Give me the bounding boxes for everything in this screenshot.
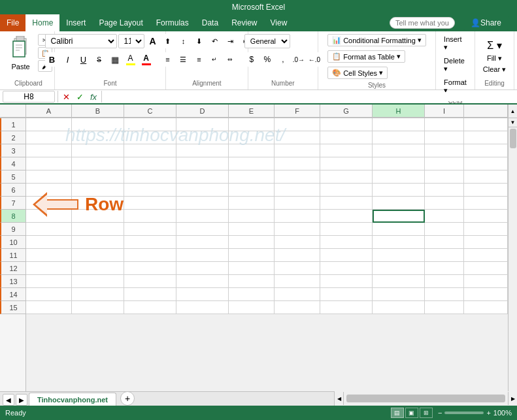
format-as-table-button[interactable]: 📋 Format as Table ▾ — [327, 50, 405, 63]
function-button[interactable]: fx — [88, 92, 99, 102]
increase-decimal-button[interactable]: .0→ — [292, 52, 306, 67]
paste-button[interactable]: Paste — [5, 34, 37, 72]
cell-B2[interactable] — [72, 131, 124, 144]
normal-view-button[interactable]: ▤ — [391, 408, 404, 418]
cell-C1[interactable] — [124, 118, 176, 131]
cell-F15[interactable] — [275, 301, 320, 314]
text-direction-button[interactable]: ↶ — [207, 34, 222, 48]
cell-C6[interactable] — [124, 184, 176, 197]
cell-E2[interactable] — [229, 131, 275, 144]
cell-E5[interactable] — [229, 170, 275, 184]
page-layout-view-button[interactable]: ▣ — [405, 408, 418, 418]
cell-A6[interactable] — [26, 184, 72, 197]
col-header-i[interactable]: I — [425, 105, 464, 118]
h-scroll-thumb[interactable] — [346, 395, 505, 402]
cell-C12[interactable] — [124, 262, 176, 275]
cell-E8[interactable] — [229, 210, 275, 223]
comma-button[interactable]: , — [276, 52, 290, 67]
cell-G12[interactable] — [320, 262, 373, 275]
cell-D10[interactable] — [176, 236, 229, 249]
cell-C9[interactable] — [124, 223, 176, 236]
cell-C13[interactable] — [124, 275, 176, 288]
fill-color-button[interactable]: A — [124, 52, 138, 67]
cell-F14[interactable] — [275, 288, 320, 301]
cell-D8[interactable] — [176, 210, 229, 223]
menu-item-insert[interactable]: Insert — [59, 14, 92, 31]
cell-H7[interactable] — [373, 197, 425, 210]
cell-F3[interactable] — [275, 144, 320, 157]
h-scroll-right-button[interactable]: ▶ — [508, 392, 517, 405]
share-button[interactable]: 👤 Share — [463, 16, 509, 30]
cell-C4[interactable] — [124, 157, 176, 170]
cell-I6[interactable] — [425, 184, 464, 197]
merge-center-button[interactable]: ⇔ — [223, 52, 237, 67]
menu-item-data[interactable]: Data — [195, 14, 225, 31]
cell-G10[interactable] — [320, 236, 373, 249]
menu-item-home[interactable]: Home — [25, 14, 59, 31]
cell-G9[interactable] — [320, 223, 373, 236]
cell-E3[interactable] — [229, 144, 275, 157]
cell-B9[interactable] — [72, 223, 124, 236]
cell-F8[interactable] — [275, 210, 320, 223]
cell-G15[interactable] — [320, 301, 373, 314]
vertical-scrollbar[interactable]: ▼ — [508, 118, 517, 391]
cell-C15[interactable] — [124, 301, 176, 314]
cell-A14[interactable] — [26, 288, 72, 301]
percent-button[interactable]: % — [260, 52, 275, 67]
cell-F11[interactable] — [275, 249, 320, 262]
cell-C7[interactable] — [124, 197, 176, 210]
cell-I8[interactable] — [425, 210, 464, 223]
cell-I11[interactable] — [425, 249, 464, 262]
cancel-formula-button[interactable]: ✕ — [61, 92, 72, 102]
cell-F2[interactable] — [275, 131, 320, 144]
cell-G14[interactable] — [320, 288, 373, 301]
cell-I3[interactable] — [425, 144, 464, 157]
row-num-9[interactable]: 9 — [0, 223, 25, 236]
cell-G4[interactable] — [320, 157, 373, 170]
cell-A1[interactable] — [26, 118, 72, 131]
row-num-14[interactable]: 14 — [0, 288, 25, 301]
cell-D9[interactable] — [176, 223, 229, 236]
cell-A10[interactable] — [26, 236, 72, 249]
cell-G7[interactable] — [320, 197, 373, 210]
cell-I13[interactable] — [425, 275, 464, 288]
cell-A13[interactable] — [26, 275, 72, 288]
zoom-in-button[interactable]: + — [486, 409, 490, 417]
sheet-tab-tinhocvanphong[interactable]: Tinhocvanphong.net — [29, 393, 116, 406]
tell-me-input[interactable] — [390, 17, 455, 29]
clear-button[interactable]: Clear ▾ — [483, 65, 506, 74]
number-format-select[interactable]: General — [244, 34, 290, 48]
cell-I4[interactable] — [425, 157, 464, 170]
col-header-a[interactable]: A — [26, 105, 72, 118]
cell-G1[interactable] — [320, 118, 373, 131]
currency-button[interactable]: $ — [244, 52, 259, 67]
formula-input[interactable] — [105, 92, 514, 101]
col-header-f[interactable]: F — [275, 105, 320, 118]
cell-F12[interactable] — [275, 262, 320, 275]
cell-F1[interactable] — [275, 118, 320, 131]
cell-C14[interactable] — [124, 288, 176, 301]
scroll-up-button[interactable]: ▲ — [508, 105, 517, 118]
add-sheet-button[interactable]: + — [120, 391, 135, 406]
align-right-button[interactable]: ≡ — [192, 52, 206, 67]
cell-I5[interactable] — [425, 170, 464, 184]
cell-B12[interactable] — [72, 262, 124, 275]
scroll-thumb[interactable] — [510, 129, 516, 148]
cell-E4[interactable] — [229, 157, 275, 170]
cell-D6[interactable] — [176, 184, 229, 197]
cell-H9[interactable] — [373, 223, 425, 236]
cell-C3[interactable] — [124, 144, 176, 157]
cell-E9[interactable] — [229, 223, 275, 236]
cell-I15[interactable] — [425, 301, 464, 314]
cell-F6[interactable] — [275, 184, 320, 197]
cell-B10[interactable] — [72, 236, 124, 249]
row-num-7[interactable]: 7 — [0, 197, 25, 210]
cell-D11[interactable] — [176, 249, 229, 262]
name-box[interactable] — [3, 91, 55, 103]
cell-E15[interactable] — [229, 301, 275, 314]
cell-B13[interactable] — [72, 275, 124, 288]
cell-E11[interactable] — [229, 249, 275, 262]
autosum-button[interactable]: Σ ▾ — [487, 39, 501, 52]
cell-D15[interactable] — [176, 301, 229, 314]
cell-G8[interactable] — [320, 210, 373, 223]
